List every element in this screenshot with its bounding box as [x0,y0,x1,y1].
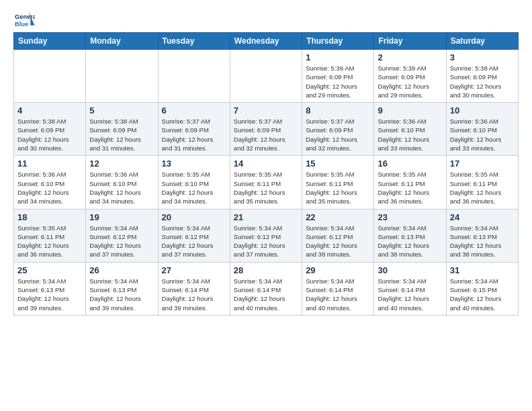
calendar-cell: 11Sunrise: 5:36 AM Sunset: 6:10 PM Dayli… [14,156,86,209]
svg-text:General: General [15,13,35,20]
calendar-cell [230,50,302,103]
calendar-cell: 8Sunrise: 5:37 AM Sunset: 6:09 PM Daylig… [302,103,374,156]
day-detail: Sunrise: 5:39 AM Sunset: 6:08 PM Dayligh… [306,64,370,99]
calendar-cell: 30Sunrise: 5:34 AM Sunset: 6:14 PM Dayli… [374,262,446,315]
calendar-cell: 1Sunrise: 5:39 AM Sunset: 6:08 PM Daylig… [302,50,374,103]
day-detail: Sunrise: 5:37 AM Sunset: 6:09 PM Dayligh… [234,117,298,152]
day-detail: Sunrise: 5:35 AM Sunset: 6:10 PM Dayligh… [162,170,226,205]
calendar-cell: 25Sunrise: 5:34 AM Sunset: 6:13 PM Dayli… [14,262,86,315]
day-number: 17 [450,158,515,169]
weekday-header-saturday: Saturday [446,33,518,50]
day-number: 22 [306,212,370,222]
svg-text:Blue: Blue [15,21,28,28]
calendar-cell: 21Sunrise: 5:34 AM Sunset: 6:12 PM Dayli… [230,209,302,262]
day-number: 23 [378,212,442,222]
calendar-cell: 16Sunrise: 5:35 AM Sunset: 6:11 PM Dayli… [374,156,446,209]
weekday-header-monday: Monday [86,33,158,50]
day-number: 10 [450,105,515,116]
weekday-header-thursday: Thursday [302,33,374,50]
day-number: 29 [306,265,370,275]
day-detail: Sunrise: 5:34 AM Sunset: 6:13 PM Dayligh… [378,224,442,259]
day-number: 5 [89,105,154,116]
day-detail: Sunrise: 5:36 AM Sunset: 6:10 PM Dayligh… [17,170,82,205]
day-number: 24 [450,212,515,222]
day-number: 14 [234,158,298,169]
calendar-cell: 10Sunrise: 5:36 AM Sunset: 6:10 PM Dayli… [446,103,518,156]
day-number: 6 [162,105,226,116]
calendar-cell: 12Sunrise: 5:36 AM Sunset: 6:10 PM Dayli… [86,156,158,209]
day-number: 7 [234,105,298,116]
day-detail: Sunrise: 5:36 AM Sunset: 6:10 PM Dayligh… [89,170,154,205]
day-detail: Sunrise: 5:35 AM Sunset: 6:11 PM Dayligh… [17,224,82,259]
day-number: 8 [306,105,370,116]
day-detail: Sunrise: 5:34 AM Sunset: 6:14 PM Dayligh… [234,277,298,312]
calendar-cell: 9Sunrise: 5:36 AM Sunset: 6:10 PM Daylig… [374,103,446,156]
day-detail: Sunrise: 5:35 AM Sunset: 6:11 PM Dayligh… [234,170,298,205]
day-detail: Sunrise: 5:34 AM Sunset: 6:12 PM Dayligh… [162,224,226,259]
calendar-cell: 17Sunrise: 5:35 AM Sunset: 6:11 PM Dayli… [446,156,518,209]
day-number: 13 [162,158,226,169]
day-number: 31 [450,265,515,275]
day-number: 20 [162,212,226,222]
day-detail: Sunrise: 5:36 AM Sunset: 6:10 PM Dayligh… [450,117,515,152]
day-detail: Sunrise: 5:38 AM Sunset: 6:09 PM Dayligh… [450,64,515,99]
day-number: 16 [378,158,442,169]
calendar-cell: 31Sunrise: 5:34 AM Sunset: 6:15 PM Dayli… [446,262,518,315]
day-detail: Sunrise: 5:34 AM Sunset: 6:13 PM Dayligh… [89,277,154,312]
day-detail: Sunrise: 5:34 AM Sunset: 6:14 PM Dayligh… [306,277,370,312]
calendar-cell [14,50,86,103]
day-number: 25 [17,265,82,275]
day-detail: Sunrise: 5:37 AM Sunset: 6:09 PM Dayligh… [306,117,370,152]
calendar-cell: 20Sunrise: 5:34 AM Sunset: 6:12 PM Dayli… [158,209,230,262]
day-number: 11 [17,158,82,169]
day-number: 4 [17,105,82,116]
calendar-cell: 29Sunrise: 5:34 AM Sunset: 6:14 PM Dayli… [302,262,374,315]
calendar-cell: 7Sunrise: 5:37 AM Sunset: 6:09 PM Daylig… [230,103,302,156]
day-detail: Sunrise: 5:38 AM Sunset: 6:09 PM Dayligh… [89,117,154,152]
weekday-header-tuesday: Tuesday [158,33,230,50]
day-detail: Sunrise: 5:39 AM Sunset: 6:09 PM Dayligh… [378,64,442,99]
day-detail: Sunrise: 5:35 AM Sunset: 6:11 PM Dayligh… [378,170,442,205]
day-number: 12 [89,158,154,169]
day-detail: Sunrise: 5:36 AM Sunset: 6:10 PM Dayligh… [378,117,442,152]
calendar-cell: 5Sunrise: 5:38 AM Sunset: 6:09 PM Daylig… [86,103,158,156]
day-detail: Sunrise: 5:34 AM Sunset: 6:12 PM Dayligh… [234,224,298,259]
day-number: 15 [306,158,370,169]
calendar-cell [158,50,230,103]
calendar-cell: 26Sunrise: 5:34 AM Sunset: 6:13 PM Dayli… [86,262,158,315]
day-detail: Sunrise: 5:34 AM Sunset: 6:13 PM Dayligh… [17,277,82,312]
day-detail: Sunrise: 5:38 AM Sunset: 6:09 PM Dayligh… [17,117,82,152]
day-detail: Sunrise: 5:35 AM Sunset: 6:11 PM Dayligh… [306,170,370,205]
calendar-cell: 15Sunrise: 5:35 AM Sunset: 6:11 PM Dayli… [302,156,374,209]
calendar-cell: 2Sunrise: 5:39 AM Sunset: 6:09 PM Daylig… [374,50,446,103]
calendar-cell: 4Sunrise: 5:38 AM Sunset: 6:09 PM Daylig… [14,103,86,156]
day-number: 26 [89,265,154,275]
day-number: 28 [234,265,298,275]
calendar-cell: 22Sunrise: 5:34 AM Sunset: 6:12 PM Dayli… [302,209,374,262]
calendar: SundayMondayTuesdayWednesdayThursdayFrid… [13,32,519,316]
day-number: 1 [306,52,370,62]
weekday-header-sunday: Sunday [14,33,86,50]
calendar-cell: 6Sunrise: 5:37 AM Sunset: 6:09 PM Daylig… [158,103,230,156]
calendar-cell: 14Sunrise: 5:35 AM Sunset: 6:11 PM Dayli… [230,156,302,209]
day-number: 19 [89,212,154,222]
day-number: 30 [378,265,442,275]
day-number: 18 [17,212,82,222]
day-detail: Sunrise: 5:34 AM Sunset: 6:12 PM Dayligh… [306,224,370,259]
day-number: 27 [162,265,226,275]
calendar-cell: 13Sunrise: 5:35 AM Sunset: 6:10 PM Dayli… [158,156,230,209]
day-detail: Sunrise: 5:34 AM Sunset: 6:15 PM Dayligh… [450,277,515,312]
weekday-header-friday: Friday [374,33,446,50]
day-number: 2 [378,52,442,62]
calendar-cell: 28Sunrise: 5:34 AM Sunset: 6:14 PM Dayli… [230,262,302,315]
calendar-cell: 27Sunrise: 5:34 AM Sunset: 6:14 PM Dayli… [158,262,230,315]
day-number: 3 [450,52,515,62]
day-detail: Sunrise: 5:34 AM Sunset: 6:12 PM Dayligh… [89,224,154,259]
weekday-header-wednesday: Wednesday [230,33,302,50]
calendar-cell: 24Sunrise: 5:34 AM Sunset: 6:13 PM Dayli… [446,209,518,262]
logo: General Blue [13,11,38,30]
day-detail: Sunrise: 5:34 AM Sunset: 6:13 PM Dayligh… [450,224,515,259]
calendar-cell: 23Sunrise: 5:34 AM Sunset: 6:13 PM Dayli… [374,209,446,262]
calendar-cell: 3Sunrise: 5:38 AM Sunset: 6:09 PM Daylig… [446,50,518,103]
day-detail: Sunrise: 5:35 AM Sunset: 6:11 PM Dayligh… [450,170,515,205]
